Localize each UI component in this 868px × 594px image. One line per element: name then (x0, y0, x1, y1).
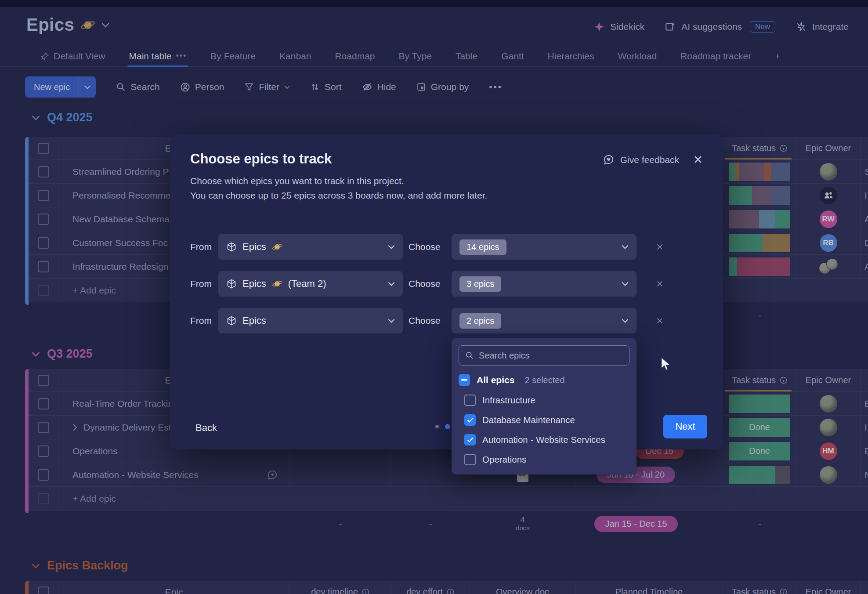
epic-option[interactable]: Operations (459, 450, 629, 468)
all-epics-checkbox[interactable] (459, 374, 470, 386)
epics-select[interactable]: 14 epics (452, 234, 637, 260)
board-select[interactable]: Epics (Team 2) (218, 271, 403, 297)
board-cube-icon (226, 242, 237, 252)
search-icon (465, 351, 474, 360)
epics-dropdown-panel: All epics 2 selected Infrastructure Data… (452, 338, 637, 474)
board-select[interactable]: Epics (218, 234, 403, 260)
epics-select[interactable]: 3 epics (452, 271, 637, 297)
modal-title: Choose epics to track (190, 151, 332, 167)
feedback-heart-bubble-icon (603, 154, 615, 166)
epic-option[interactable]: Automation - Website Services (459, 431, 629, 449)
next-button[interactable]: Next (663, 415, 707, 438)
epic-option[interactable]: Database Maintenance (459, 411, 629, 429)
epic-count-chip: 14 epics (459, 239, 506, 255)
chevron-down-icon (388, 319, 395, 323)
epic-checkbox[interactable] (464, 454, 476, 465)
step-dots (435, 424, 450, 429)
planet-icon (272, 279, 282, 289)
selected-count: 2 selected (524, 375, 564, 385)
mouse-cursor (660, 357, 673, 373)
chevron-down-icon (622, 319, 629, 323)
remove-row-icon[interactable] (655, 316, 665, 326)
board-select[interactable]: Epics (218, 308, 403, 333)
epic-count-chip: 2 epics (459, 313, 501, 329)
choose-epics-modal: Choose epics to track Give feedback Choo… (170, 134, 723, 449)
all-epics-row[interactable]: All epics 2 selected (459, 371, 629, 389)
give-feedback-button[interactable]: Give feedback (603, 154, 679, 166)
board-cube-icon (226, 279, 237, 289)
board-row-3: From Epics Choose 2 epics (190, 308, 665, 333)
board-row-1: From Epics Choose 14 epics (190, 234, 665, 260)
modal-description-line1: Choose which epics you want to track in … (190, 176, 404, 186)
chevron-down-icon (388, 245, 395, 249)
epic-checkbox-checked[interactable] (464, 434, 476, 446)
epics-select[interactable]: 2 epics (452, 308, 637, 333)
epic-count-chip: 3 epics (459, 276, 501, 292)
remove-row-icon[interactable] (655, 242, 665, 252)
back-button[interactable]: Back (195, 422, 217, 434)
remove-row-icon[interactable] (655, 279, 665, 289)
board-cube-icon (226, 315, 237, 326)
step-dot-active (445, 424, 450, 429)
epic-option[interactable]: Infrastructure (459, 391, 629, 409)
close-icon[interactable] (691, 153, 705, 166)
chevron-down-icon (622, 282, 629, 286)
epic-checkbox[interactable] (464, 395, 476, 406)
chevron-down-icon (622, 245, 629, 249)
epic-checkbox-checked[interactable] (464, 414, 476, 426)
search-epics-input[interactable] (479, 351, 623, 361)
step-dot (435, 425, 439, 428)
chevron-down-icon (388, 282, 395, 286)
board-row-2: From Epics (Team 2) Choose 3 epics (190, 271, 665, 297)
search-epics-box[interactable] (459, 345, 629, 366)
planet-icon (272, 242, 282, 252)
modal-description-line2: You can choose up to 25 epics across 3 b… (190, 190, 487, 201)
